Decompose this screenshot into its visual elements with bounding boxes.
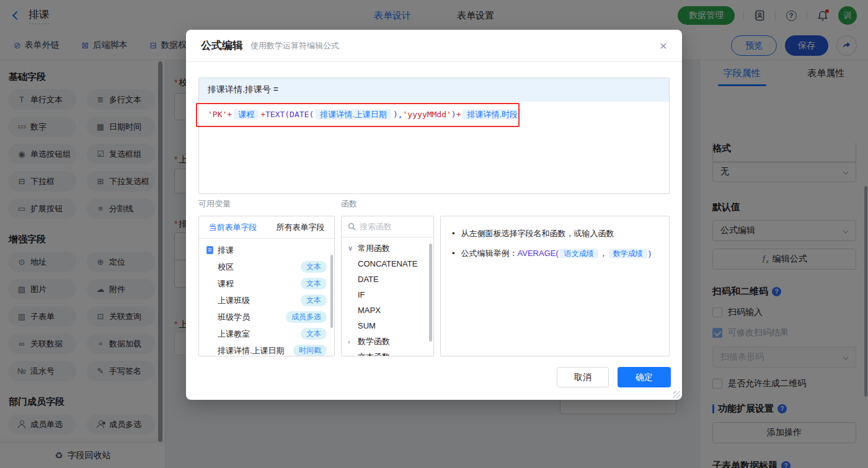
tab-all-form-fields[interactable]: 所有表单字段 (267, 216, 334, 238)
function-name: SUM (358, 321, 376, 330)
functions-panel: ∨常用函数CONCATENATEDATEIFMAPXSUM›数学函数›文本函数 (341, 216, 434, 356)
functions-scrollbar[interactable] (429, 244, 432, 342)
function-item-CONCATENATE[interactable]: CONCATENATE (342, 256, 433, 272)
search-icon (348, 223, 356, 231)
chevron-right-icon: › (348, 338, 354, 345)
function-group-row[interactable]: ›数学函数 (342, 333, 433, 349)
variable-type-badge: 文本 (301, 261, 327, 273)
app-root: 排课 表单设计 表单设置 数据管理 ? 训 ⊘表单外链⊠后端脚本⊟数据权 预览 … (0, 0, 868, 468)
example-token: ， (600, 249, 608, 258)
function-group-name: 文本函数 (358, 351, 390, 357)
confirm-button[interactable]: 确定 (618, 367, 671, 387)
variable-type-badge: 时间戳 (293, 345, 327, 356)
function-group-row[interactable]: ›文本函数 (342, 349, 433, 356)
variable-name: 排课详情.上课日期 (218, 345, 285, 356)
variable-type-badge: 文本 (301, 278, 327, 289)
resize-handle[interactable] (673, 391, 680, 398)
close-icon[interactable]: × (660, 39, 667, 52)
variables-tabs: 当前表单字段 所有表单字段 (199, 216, 334, 239)
formula-token: TEXT(DATE( (265, 110, 314, 119)
formula-field-chip[interactable]: 排课详情.上课日期 (316, 109, 391, 120)
tab-current-form-fields[interactable]: 当前表单字段 (199, 216, 267, 238)
formula-field-chip[interactable]: 排课详情.时段 (463, 109, 522, 120)
variable-name: 班级学员 (218, 312, 250, 323)
formula-token: + (260, 110, 265, 119)
tip-example-line: • 公式编辑举例：AVERAGE(语文成绩，数学成绩) (452, 246, 658, 261)
function-name: IF (358, 290, 365, 299)
formula-token: + (227, 110, 232, 119)
variable-type-badge: 文本 (301, 294, 327, 306)
formula-expression[interactable]: 'PK'+课程+TEXT(DATE(排课详情.上课日期),'yyyyMMdd')… (199, 102, 669, 128)
functions-label: 函数 (341, 198, 357, 210)
function-search-input[interactable] (360, 222, 427, 231)
function-name: DATE (358, 275, 379, 284)
formula-token: ) (451, 110, 456, 119)
example-field-chip: 语文成绩 (560, 249, 598, 258)
variables-scrollbar[interactable] (330, 255, 333, 328)
function-group-name: 数学函数 (358, 336, 390, 347)
variable-type-badge: 成员多选 (286, 311, 327, 323)
modal-header: 公式编辑 使用数学运算符编辑公式 × (186, 30, 682, 62)
variable-name: 上课教室 (218, 329, 250, 340)
function-item-SUM[interactable]: SUM (342, 318, 433, 333)
variable-row[interactable]: 课程文本 (199, 275, 334, 292)
example-token: AVERAGE( (518, 249, 559, 258)
variable-row[interactable]: 班级学员成员多选 (199, 309, 334, 325)
function-item-DATE[interactable]: DATE (342, 272, 433, 287)
variables-label: 可用变量 (198, 198, 231, 210)
function-search (342, 216, 433, 237)
modal-subtitle: 使用数学运算符编辑公式 (250, 40, 339, 51)
variable-row[interactable]: 校区文本 (199, 258, 334, 275)
variables-list: 排课 校区文本课程文本上课班级文本班级学员成员多选上课教室文本排课详情.上课日期… (199, 239, 334, 356)
formula-editor[interactable]: 排课详情.排课号 = 'PK'+课程+TEXT(DATE(排课详情.上课日期),… (198, 77, 670, 194)
formula-token: ), (393, 110, 403, 119)
variable-row[interactable]: 上课班级文本 (199, 292, 334, 309)
formula-token: 'PK' (208, 110, 227, 119)
variables-root-row[interactable]: 排课 (199, 242, 334, 258)
chevron-right-icon: › (348, 353, 354, 357)
example-field-chip: 数学成绩 (609, 249, 647, 258)
function-group-name: 常用函数 (358, 243, 390, 254)
variables-panel: 当前表单字段 所有表单字段 排课 校区文本课程文本上课班级文本班级学员成员多选上… (198, 216, 335, 356)
modal-title: 公式编辑 (201, 38, 243, 53)
function-item-MAPX[interactable]: MAPX (342, 302, 433, 318)
formula-target: 排课详情.排课号 = (199, 78, 669, 102)
variable-name: 课程 (218, 278, 234, 289)
function-name: CONCATENATE (358, 259, 417, 268)
function-item-IF[interactable]: IF (342, 287, 433, 302)
form-doc-icon (206, 246, 213, 254)
example-token: ) (649, 249, 651, 258)
variable-type-badge: 文本 (301, 328, 327, 340)
function-list: ∨常用函数CONCATENATEDATEIFMAPXSUM›数学函数›文本函数 (342, 237, 433, 356)
variable-row[interactable]: 排课详情.上课日期时间戳 (199, 342, 334, 356)
function-group-row[interactable]: ∨常用函数 (342, 241, 433, 256)
tips-panel: • 从左侧面板选择字段名和函数，或输入函数 • 公式编辑举例：AVERAGE(语… (440, 216, 670, 356)
formula-editor-modal: 公式编辑 使用数学运算符编辑公式 × 排课详情.排课号 = 'PK'+课程+TE… (186, 30, 682, 400)
formula-token: 'yyyyMMdd' (403, 110, 451, 119)
variable-name: 上课班级 (218, 295, 250, 306)
formula-token: + (456, 110, 461, 119)
modal-footer: 取消 确定 (557, 367, 671, 387)
function-name: MAPX (358, 306, 381, 315)
variable-row[interactable]: 上课教室文本 (199, 325, 334, 342)
formula-field-chip[interactable]: 课程 (234, 109, 259, 120)
cancel-button[interactable]: 取消 (557, 367, 609, 387)
variable-name: 校区 (218, 262, 234, 273)
chevron-down-icon: ∨ (348, 244, 354, 252)
tip-line: • 从左侧面板选择字段名和函数，或输入函数 (452, 226, 658, 241)
